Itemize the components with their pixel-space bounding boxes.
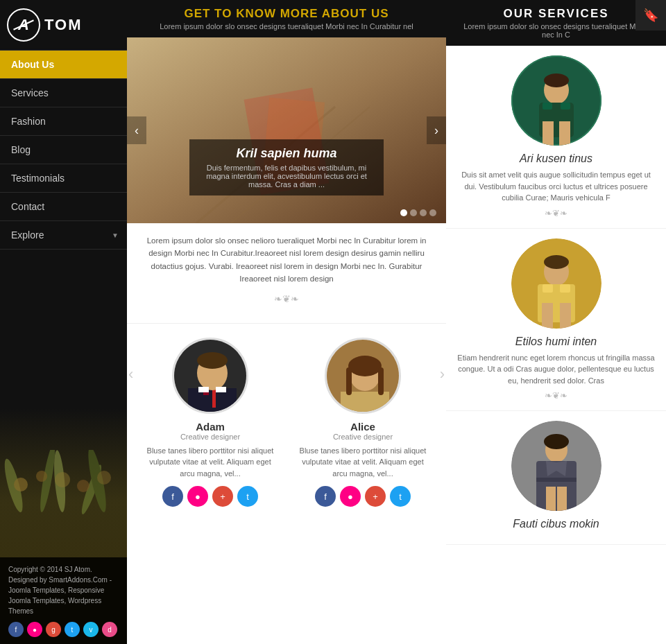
member-adam-avatar: [172, 338, 248, 414]
svg-rect-21: [198, 387, 209, 392]
slider-dot-2[interactable]: [410, 209, 417, 216]
service-1-title: Ari kusen tinus: [457, 153, 655, 165]
service-item-1: Ari kusen tinus Duis sit amet velit quis…: [446, 46, 666, 229]
slider-dot-1[interactable]: [400, 209, 407, 216]
member-adam-role: Creative designer: [144, 433, 277, 441]
copyright-flickr-icon[interactable]: ●: [27, 622, 42, 637]
svg-rect-54: [557, 487, 567, 511]
about-text: Lorem ipsum dolor slo onsec nelioro tuer…: [141, 234, 432, 286]
sidebar-item-services[interactable]: Services: [0, 79, 127, 107]
sidebar-item-testimonials[interactable]: Testimonials: [0, 164, 127, 193]
sidebar-item-fashion[interactable]: Fashion: [0, 107, 127, 136]
logo-letter: A: [18, 16, 29, 34]
slider-dots: [400, 209, 436, 216]
service-2-title: Etilos humi inten: [457, 336, 655, 348]
member-adam-photo: [174, 340, 248, 414]
sidebar-item-about[interactable]: About Us: [0, 51, 127, 79]
slider-dot-3[interactable]: [420, 209, 427, 216]
member-alice-role: Creative designer: [296, 433, 429, 441]
svg-rect-27: [346, 367, 352, 395]
service-3-avatar: [511, 421, 601, 511]
svg-rect-50: [536, 478, 577, 482]
alice-facebook-button[interactable]: f: [315, 486, 336, 507]
service-1-desc: Duis sit amet velit quis augue sollicitu…: [457, 169, 655, 204]
copyright-social-icons: f ● g t v d: [8, 622, 119, 637]
adam-twitter-button[interactable]: t: [237, 486, 258, 507]
member-adam-bio: Bluse tanes libero porttitor nisi alique…: [144, 445, 277, 480]
sidebar-item-blog[interactable]: Blog: [0, 136, 127, 164]
service-item-2: Etilos humi inten Etiam hendrerit nunc e…: [446, 229, 666, 412]
copyright-twitter-icon[interactable]: t: [65, 622, 80, 637]
adam-google-button[interactable]: +: [212, 486, 233, 507]
adam-facebook-button[interactable]: f: [162, 486, 183, 507]
svg-rect-22: [216, 387, 226, 392]
service-1-image: [511, 55, 601, 146]
svg-point-8: [77, 480, 89, 492]
member-adam-name: Adam: [144, 421, 277, 433]
svg-rect-44: [542, 303, 553, 329]
right-header: OUR SERVICES Lorem ipsum dolor slo onsec…: [446, 0, 666, 46]
service-item-3: Fauti cibus mokin: [446, 411, 666, 545]
member-alice-bio: Bluse tanes libero porttitor nisi alique…: [296, 445, 429, 480]
alice-google-button[interactable]: +: [365, 486, 386, 507]
team-prev-button[interactable]: ‹: [128, 365, 133, 383]
service-2-desc: Etiam hendrerit nunc eget lorem rhoncus …: [457, 352, 655, 387]
service-3-image: [511, 421, 601, 511]
alice-flickr-button[interactable]: ●: [340, 486, 361, 507]
slider-dot-4[interactable]: [429, 209, 436, 216]
copyright-box: Copyright © 2014 SJ Atom. Designed by Sm…: [0, 557, 127, 644]
slider-caption-text: Duis fermentum, felis et dapibus vestibu…: [203, 164, 370, 189]
svg-point-7: [55, 472, 70, 487]
adam-flickr-button[interactable]: ●: [187, 486, 208, 507]
slider-caption-title: Kril sapien huma: [203, 146, 370, 161]
slider-next-button[interactable]: ›: [427, 116, 446, 144]
svg-point-32: [544, 73, 569, 87]
service-3-title: Fauti cibus mokin: [457, 518, 655, 530]
service-2-ornament: ❧❦❧: [457, 390, 655, 401]
service-1-avatar: [511, 55, 601, 146]
logo-text: TOM: [44, 16, 82, 34]
svg-point-26: [348, 356, 382, 376]
team-row: Adam Creative designer Bluse tanes liber…: [134, 331, 439, 514]
about-text-block: Lorem ipsum dolor slo onsec nelioro tuer…: [127, 223, 446, 324]
svg-rect-45: [560, 303, 571, 329]
svg-point-40: [544, 255, 569, 269]
svg-rect-37: [559, 121, 570, 146]
team-member-adam: Adam Creative designer Bluse tanes liber…: [134, 331, 287, 514]
member-alice-name: Alice: [296, 421, 429, 433]
right-panel: OUR SERVICES Lorem ipsum dolor slo onsec…: [446, 0, 666, 644]
alice-twitter-button[interactable]: t: [390, 486, 411, 507]
team-next-button[interactable]: ›: [440, 365, 445, 383]
main-header: GET TO KNOW MORE ABOUT US Lorem ipsum do…: [127, 0, 446, 37]
copyright-text: Copyright © 2014 SJ Atom. Designed by Sm…: [8, 566, 112, 615]
main-header-subtitle: Lorem ipsum dolor slo onsec designs tuer…: [138, 22, 435, 31]
service-1-ornament: ❧❦❧: [457, 208, 655, 218]
copyright-dribbble-icon[interactable]: d: [102, 622, 117, 637]
svg-point-48: [544, 434, 569, 449]
service-2-avatar: [511, 238, 601, 329]
main-header-title: GET TO KNOW MORE ABOUT US: [138, 7, 435, 21]
slider-caption: Kril sapien huma Duis fermentum, felis e…: [189, 139, 384, 195]
svg-rect-53: [546, 487, 556, 511]
sidebar-item-contact[interactable]: Contact: [0, 193, 127, 221]
copyright-vimeo-icon[interactable]: v: [83, 622, 99, 637]
member-alice-photo: [327, 340, 401, 414]
sidebar-item-explore[interactable]: Explore: [0, 221, 127, 250]
logo-icon: A: [7, 8, 40, 42]
right-header-title: OUR SERVICES: [457, 7, 655, 21]
copyright-google-icon[interactable]: g: [46, 622, 61, 637]
right-header-icon[interactable]: 🔖: [635, 0, 666, 31]
service-2-image: [511, 238, 601, 329]
slider-prev-button[interactable]: ‹: [127, 116, 146, 144]
svg-rect-36: [543, 121, 554, 146]
svg-point-5: [14, 478, 28, 491]
member-alice-avatar: [325, 338, 401, 414]
main-content: GET TO KNOW MORE ABOUT US Lorem ipsum do…: [127, 0, 446, 644]
team-section: ‹ ›: [127, 324, 446, 525]
team-member-alice: Alice Creative designer Bluse tanes libe…: [287, 331, 439, 514]
svg-point-9: [97, 471, 111, 485]
svg-point-6: [36, 471, 47, 482]
svg-rect-34: [543, 103, 552, 110]
copyright-facebook-icon[interactable]: f: [8, 622, 24, 637]
svg-rect-43: [560, 284, 570, 293]
